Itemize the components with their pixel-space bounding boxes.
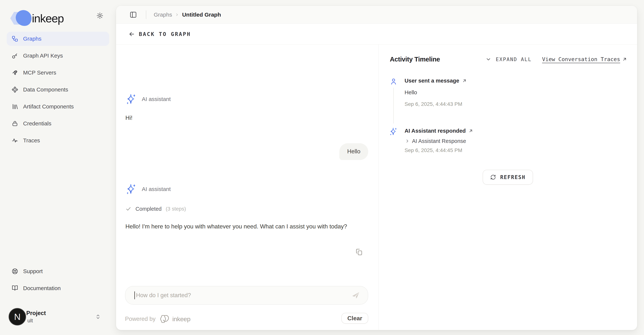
powered-by-row[interactable]: Powered by inkeep	[125, 314, 190, 324]
timeline-event-timestamp: Sep 6, 2025, 4:44:45 PM	[404, 148, 462, 153]
assistant-message: Hello! I'm here to help you with whateve…	[126, 222, 368, 232]
main-card: Graphs Untitled Graph BACK TO GRAPH	[116, 6, 637, 330]
divider	[146, 10, 146, 19]
assistant-message: Hi!	[126, 114, 132, 121]
assistant-message-header: AI assistant	[126, 183, 171, 195]
project-switcher[interactable]: N Project ult	[6, 304, 109, 330]
assistant-response-toggle[interactable]: AI Assistant Response	[405, 137, 466, 145]
inkeep-logo-icon	[10, 10, 28, 27]
inkeep-logo[interactable]: inkeep	[10, 10, 64, 27]
chevron-right-icon	[175, 13, 179, 17]
clear-button[interactable]: Clear	[342, 313, 368, 324]
sidebar-item-graph-api-keys[interactable]: Graph API Keys	[7, 49, 109, 63]
book-open-icon	[12, 285, 18, 292]
timeline-header: Activity Timeline EXPAND ALL View Conver…	[390, 54, 627, 64]
sidebar-item-graphs[interactable]: Graphs	[7, 32, 109, 46]
sidebar-item-support[interactable]: Support	[7, 264, 109, 278]
sparkles-icon	[389, 127, 397, 136]
timeline-event-title: AI Assistant responded	[404, 128, 466, 134]
sidebar-item-documentation[interactable]: Documentation	[7, 281, 109, 295]
sun-icon	[96, 12, 104, 20]
sidebar-item-label: Credentials	[23, 120, 52, 127]
timeline-event-title: User sent a message	[404, 78, 459, 84]
workflow-icon	[12, 36, 18, 42]
chevron-down-icon[interactable]	[485, 56, 492, 62]
sidebar-item-label: Artifact Components	[23, 104, 74, 110]
status-steps: (3 steps)	[166, 206, 186, 212]
arrow-up-right-icon	[622, 57, 627, 62]
breadcrumb-bar: Graphs Untitled Graph	[116, 6, 637, 24]
assistant-label: AI assistant	[142, 186, 171, 192]
sidebar-item-label: Documentation	[23, 285, 61, 292]
view-conversation-traces-link[interactable]: View Conversation Traces	[542, 56, 627, 62]
project-info: Project ult	[26, 310, 46, 324]
chevrons-up-down-icon	[95, 314, 101, 320]
assistant-label: AI assistant	[142, 96, 171, 102]
assistant-response-label: AI Assistant Response	[412, 138, 466, 144]
powered-by-brand: inkeep	[172, 316, 190, 323]
inkeep-wordmark: inkeep	[32, 12, 64, 25]
refresh-label: REFRESH	[500, 174, 526, 180]
view-traces-label: View Conversation Traces	[542, 56, 620, 62]
timeline-connector	[393, 88, 394, 124]
library-icon	[12, 103, 18, 110]
sidebar-toggle-button[interactable]	[129, 10, 137, 19]
status-label: Completed	[136, 206, 162, 212]
chat-panel: AI assistant Hi! Hello AI assistant	[116, 44, 378, 330]
life-buoy-icon	[12, 268, 18, 275]
sidebar-item-label: Traces	[23, 137, 40, 144]
chevron-right-icon	[405, 138, 410, 144]
breadcrumb: Graphs Untitled Graph	[154, 12, 221, 18]
timeline-event-title-row[interactable]: AI Assistant responded	[404, 127, 473, 135]
sidebar-item-label: Graphs	[23, 36, 41, 42]
activity-icon	[12, 137, 18, 144]
arrow-up-right-icon[interactable]	[468, 128, 473, 134]
sidebar: inkeep Graphs Graph API Keys MCP Servers	[0, 0, 116, 335]
lock-icon	[12, 120, 18, 127]
breadcrumb-current: Untitled Graph	[182, 12, 221, 18]
refresh-button[interactable]: REFRESH	[483, 170, 533, 185]
back-bar: BACK TO GRAPH	[116, 24, 637, 44]
input-placeholder: How do I get started?	[136, 292, 191, 299]
arrow-up-right-icon[interactable]	[462, 78, 467, 83]
sidebar-item-mcp-servers[interactable]: MCP Servers	[7, 66, 109, 80]
completion-status[interactable]: Completed (3 steps)	[126, 205, 186, 213]
sidebar-item-data-components[interactable]: Data Components	[7, 82, 109, 97]
sidebar-item-label: Graph API Keys	[23, 52, 63, 59]
timeline-panel: Activity Timeline EXPAND ALL View Conver…	[378, 44, 637, 330]
timeline-title: Activity Timeline	[390, 56, 440, 63]
nextjs-avatar[interactable]: N	[9, 308, 26, 325]
timeline-event-timestamp: Sep 6, 2025, 4:44:43 PM	[404, 101, 462, 107]
theme-toggle-button[interactable]	[95, 11, 105, 20]
timeline-event-title-row[interactable]: User sent a message	[404, 76, 467, 85]
back-to-graph-label: BACK TO GRAPH	[139, 31, 191, 37]
panel-left-icon	[129, 11, 137, 19]
sidebar-footer: Support Documentation	[7, 264, 109, 298]
send-icon[interactable]	[351, 291, 360, 300]
sidebar-item-traces[interactable]: Traces	[7, 134, 109, 148]
back-to-graph-button[interactable]: BACK TO GRAPH	[128, 31, 191, 38]
user-message-bubble: Hello	[339, 143, 368, 160]
breadcrumb-graphs[interactable]: Graphs	[154, 12, 172, 18]
copy-icon	[355, 248, 364, 256]
user-icon	[390, 78, 397, 85]
copy-button[interactable]	[355, 248, 364, 256]
inkeep-glyph-icon	[159, 315, 170, 323]
content-area: AI assistant Hi! Hello AI assistant	[116, 44, 637, 330]
assistant-message-header: AI assistant	[126, 93, 171, 105]
check-icon	[126, 206, 131, 212]
sidebar-item-label: Support	[23, 268, 43, 274]
project-subtitle: ult	[28, 318, 46, 324]
chat-input[interactable]: How do I get started?	[125, 286, 368, 305]
sidebar-item-artifact-components[interactable]: Artifact Components	[7, 100, 109, 114]
key-icon	[12, 52, 18, 59]
mcp-icon	[12, 69, 18, 76]
expand-all-button[interactable]: EXPAND ALL	[496, 56, 532, 62]
sparkles-icon	[126, 93, 136, 105]
sparkles-icon	[126, 183, 136, 195]
timeline-event-body: Hello	[404, 89, 417, 96]
project-title: Project	[26, 310, 46, 316]
sidebar-item-credentials[interactable]: Credentials	[7, 116, 109, 130]
sidebar-nav: Graphs Graph API Keys MCP Servers Data C…	[7, 32, 109, 150]
sidebar-item-label: MCP Servers	[23, 70, 56, 76]
